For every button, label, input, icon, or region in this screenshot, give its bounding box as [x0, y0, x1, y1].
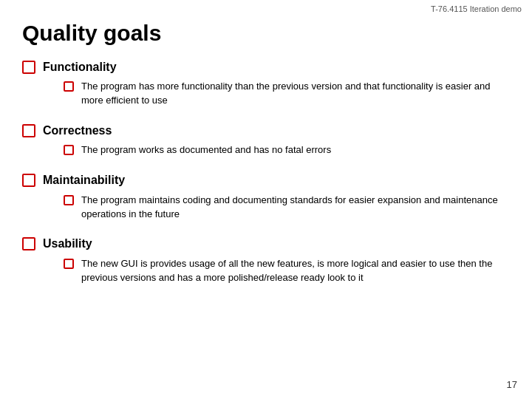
- slide: T-76.4115 Iteration demo Quality goals F…: [0, 0, 532, 399]
- item-label: Correctness: [43, 123, 331, 139]
- item-label: Usability: [43, 236, 510, 252]
- sub-bullet-icon: [64, 145, 74, 155]
- page-number: 17: [507, 379, 517, 390]
- sub-bullet-icon: [64, 81, 74, 92]
- item-label: Maintainability: [43, 172, 510, 188]
- sub-item-text: The program works as documented and has …: [81, 143, 331, 157]
- main-bullet-icon: [22, 61, 35, 74]
- content-area: Functionality The program has more funct…: [0, 59, 532, 289]
- main-bullet-icon: [22, 124, 35, 137]
- main-bullet-icon: [22, 174, 35, 187]
- list-item: Usability The new GUI is provides usage …: [22, 236, 510, 289]
- list-item: Functionality The program has more funct…: [22, 59, 510, 112]
- sub-item-text: The new GUI is provides usage of all the…: [81, 257, 510, 285]
- list-item: Correctness The program works as documen…: [22, 123, 510, 162]
- sub-bullet-icon: [64, 259, 74, 269]
- sub-bullet-icon: [64, 195, 74, 205]
- sub-list-item: The new GUI is provides usage of all the…: [64, 257, 510, 285]
- sub-item-text: The program maintains coding and documen…: [81, 194, 510, 222]
- main-bullet-icon: [22, 237, 35, 250]
- sub-items: The new GUI is provides usage of all the…: [64, 257, 510, 285]
- sub-items: The program works as documented and has …: [64, 143, 331, 157]
- list-item: Maintainability The program maintains co…: [22, 172, 510, 225]
- header-bar: T-76.4115 Iteration demo: [0, 0, 532, 13]
- sub-list-item: The program has more functionality than …: [64, 80, 510, 108]
- sub-list-item: The program works as documented and has …: [64, 143, 331, 157]
- sub-items: The program has more functionality than …: [64, 80, 510, 108]
- sub-item-text: The program has more functionality than …: [81, 80, 510, 108]
- sub-list-item: The program maintains coding and documen…: [64, 194, 510, 222]
- page-title: Quality goals: [0, 13, 532, 59]
- sub-items: The program maintains coding and documen…: [64, 194, 510, 222]
- item-label: Functionality: [43, 59, 510, 75]
- slide-subtitle: T-76.4115 Iteration demo: [431, 4, 522, 13]
